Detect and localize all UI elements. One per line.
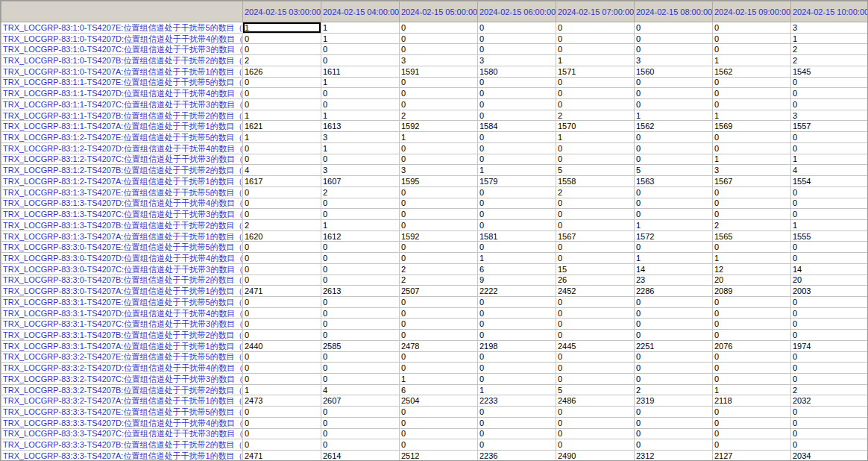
- row-label[interactable]: TRX_LOCGRP-83:3:2-TS4207B:位置组信道处于干扰带2的数目…: [1, 384, 243, 395]
- data-cell[interactable]: 2: [400, 110, 478, 121]
- data-cell[interactable]: 0: [321, 55, 400, 66]
- data-cell[interactable]: 0: [400, 296, 478, 307]
- data-cell[interactable]: 0: [400, 99, 478, 110]
- row-label[interactable]: TRX_LOCGRP-83:1:2-TS4207C:位置组信道处于干扰带3的数目…: [1, 154, 243, 165]
- data-cell[interactable]: 0: [400, 242, 478, 253]
- data-cell[interactable]: 1571: [556, 66, 635, 77]
- data-cell[interactable]: 0: [321, 99, 400, 110]
- data-cell[interactable]: 2236: [478, 451, 556, 461]
- data-cell[interactable]: 0: [635, 99, 713, 110]
- data-cell[interactable]: 20: [791, 275, 868, 286]
- data-cell[interactable]: 1: [321, 142, 400, 154]
- data-cell[interactable]: 0: [635, 307, 713, 319]
- row-label[interactable]: TRX_LOCGRP-83:1:3-TS4207D:位置组信道处于干扰带4的数目…: [1, 198, 243, 209]
- data-cell[interactable]: 2452: [556, 286, 635, 297]
- data-cell[interactable]: 0: [478, 198, 556, 209]
- data-cell[interactable]: 2471: [243, 286, 321, 297]
- data-cell[interactable]: 1: [713, 154, 791, 165]
- data-cell[interactable]: 2478: [400, 340, 478, 351]
- data-cell[interactable]: 0: [321, 198, 400, 209]
- row-label[interactable]: TRX_LOCGRP-83:1:0-TS4207B:位置组信道处于干扰带2的数目…: [1, 55, 243, 66]
- data-cell[interactable]: 1569: [713, 121, 791, 132]
- data-cell[interactable]: 1: [713, 55, 791, 66]
- data-cell[interactable]: 1592: [400, 230, 478, 242]
- data-cell[interactable]: 2233: [478, 395, 556, 407]
- data-cell[interactable]: 0: [791, 186, 868, 198]
- data-cell[interactable]: 26: [556, 275, 635, 286]
- data-cell[interactable]: 0: [635, 242, 713, 253]
- data-cell[interactable]: 1545: [791, 66, 868, 77]
- data-cell[interactable]: 0: [321, 351, 400, 363]
- data-cell[interactable]: 0: [243, 99, 321, 110]
- data-cell[interactable]: 0: [243, 275, 321, 286]
- data-cell[interactable]: 0: [713, 363, 791, 374]
- data-cell[interactable]: 0: [321, 407, 400, 418]
- data-cell[interactable]: 1: [321, 33, 400, 44]
- data-cell[interactable]: 0: [243, 417, 321, 428]
- data-cell[interactable]: 0: [713, 296, 791, 307]
- data-cell[interactable]: 0: [791, 242, 868, 253]
- data-cell[interactable]: 0: [635, 186, 713, 198]
- data-cell[interactable]: 0: [321, 307, 400, 319]
- data-cell[interactable]: 9: [478, 275, 556, 286]
- data-cell[interactable]: 0: [556, 77, 635, 88]
- column-header-1[interactable]: 2024-02-15 04:00:00: [321, 1, 400, 22]
- data-cell[interactable]: 1: [556, 132, 635, 143]
- data-cell[interactable]: 15: [556, 263, 635, 275]
- data-cell[interactable]: 0: [713, 417, 791, 428]
- data-cell[interactable]: 0: [243, 33, 321, 44]
- data-cell[interactable]: 1557: [791, 121, 868, 132]
- data-cell[interactable]: 0: [713, 351, 791, 363]
- data-cell[interactable]: 1: [713, 110, 791, 121]
- data-cell[interactable]: 0: [791, 142, 868, 154]
- data-cell[interactable]: 0: [556, 33, 635, 44]
- data-cell[interactable]: 0: [791, 88, 868, 99]
- data-cell[interactable]: 1974: [791, 340, 868, 351]
- row-label[interactable]: TRX_LOCGRP-83:1:2-TS4207A:位置组信道处于干扰带1的数目…: [1, 176, 243, 187]
- data-cell[interactable]: 3: [635, 55, 713, 66]
- data-cell[interactable]: 0: [556, 351, 635, 363]
- data-cell[interactable]: 2118: [713, 395, 791, 407]
- row-label[interactable]: TRX_LOCGRP-83:3:3-TS4207B:位置组信道处于干扰带2的数目…: [1, 439, 243, 451]
- data-cell[interactable]: 0: [243, 142, 321, 154]
- data-cell[interactable]: 0: [478, 407, 556, 418]
- data-cell[interactable]: 0: [321, 374, 400, 385]
- column-header-4[interactable]: 2024-02-15 07:00:00: [556, 1, 635, 22]
- data-cell[interactable]: 0: [556, 154, 635, 165]
- data-cell[interactable]: 0: [321, 428, 400, 439]
- data-cell[interactable]: 1: [713, 384, 791, 395]
- data-cell[interactable]: 3: [321, 132, 400, 143]
- data-cell[interactable]: 2: [321, 186, 400, 198]
- data-cell[interactable]: 2445: [556, 340, 635, 351]
- data-cell[interactable]: 0: [478, 154, 556, 165]
- data-cell[interactable]: 1626: [243, 66, 321, 77]
- data-cell[interactable]: 0: [713, 407, 791, 418]
- corner-cell[interactable]: [1, 1, 243, 22]
- data-cell[interactable]: 1562: [713, 66, 791, 77]
- data-cell[interactable]: 0: [791, 407, 868, 418]
- data-cell[interactable]: 1: [321, 77, 400, 88]
- data-cell[interactable]: 2490: [556, 451, 635, 461]
- data-cell[interactable]: 1: [243, 132, 321, 143]
- data-cell[interactable]: 0: [713, 186, 791, 198]
- data-cell[interactable]: 0: [635, 363, 713, 374]
- data-cell[interactable]: 0: [478, 242, 556, 253]
- data-cell[interactable]: 0: [478, 22, 556, 34]
- row-label[interactable]: TRX_LOCGRP-83:1:0-TS4207E:位置组信道处于干扰带5的数目…: [1, 22, 243, 34]
- data-cell[interactable]: 2222: [478, 286, 556, 297]
- data-cell[interactable]: 2032: [791, 395, 868, 407]
- data-cell[interactable]: 0: [556, 296, 635, 307]
- data-cell[interactable]: 0: [243, 88, 321, 99]
- data-cell[interactable]: 2: [791, 55, 868, 66]
- data-cell[interactable]: 4: [321, 384, 400, 395]
- data-cell[interactable]: 1572: [635, 230, 713, 242]
- row-label[interactable]: TRX_LOCGRP-83:3:0-TS4207B:位置组信道处于干扰带2的数目…: [1, 275, 243, 286]
- column-header-6[interactable]: 2024-02-15 09:00:00: [713, 1, 791, 22]
- data-cell[interactable]: 1617: [243, 176, 321, 187]
- row-label[interactable]: TRX_LOCGRP-83:1:1-TS4207D:位置组信道处于干扰带4的数目…: [1, 88, 243, 99]
- data-cell[interactable]: 1570: [556, 121, 635, 132]
- data-cell[interactable]: 2: [556, 186, 635, 198]
- data-cell[interactable]: 0: [400, 77, 478, 88]
- data-cell[interactable]: 0: [635, 132, 713, 143]
- row-label[interactable]: TRX_LOCGRP-83:1:0-TS4207A:位置组信道处于干扰带1的数目…: [1, 66, 243, 77]
